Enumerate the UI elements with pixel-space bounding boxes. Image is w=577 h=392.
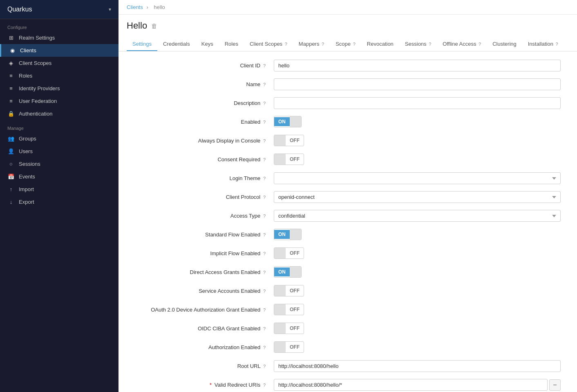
sidebar-item-label: Authentication bbox=[19, 111, 52, 117]
valid-redirect-uri-row-1: − bbox=[274, 379, 561, 391]
sidebar-item-label: Sessions bbox=[19, 161, 40, 167]
identity-providers-icon: ≡ bbox=[7, 85, 15, 91]
consent-required-toggle[interactable]: OFF bbox=[274, 154, 304, 165]
valid-redirect-label: * Valid Redirect URIs ? bbox=[127, 379, 274, 388]
sidebar-item-identity-providers[interactable]: ≡ Identity Providers bbox=[0, 82, 119, 95]
direct-access-toggle[interactable]: ON bbox=[274, 266, 302, 278]
description-control bbox=[274, 97, 561, 109]
tab-keys[interactable]: Keys bbox=[196, 38, 219, 51]
client-protocol-label: Client Protocol ? bbox=[127, 191, 274, 200]
events-icon: 📅 bbox=[7, 174, 15, 180]
implicit-flow-off-label[interactable]: OFF bbox=[286, 249, 304, 258]
access-type-label: Access Type ? bbox=[127, 210, 274, 219]
description-label: Description ? bbox=[127, 97, 274, 106]
login-theme-control bbox=[274, 172, 561, 184]
oidc-ciba-toggle[interactable]: OFF bbox=[274, 323, 304, 334]
direct-access-on-label[interactable]: ON bbox=[274, 267, 290, 276]
direct-access-row: Direct Access Grants Enabled ? ON bbox=[127, 266, 561, 280]
authorization-off-label[interactable]: OFF bbox=[286, 343, 304, 352]
sidebar-item-events[interactable]: 📅 Events bbox=[0, 170, 119, 183]
breadcrumb: Clients › hello bbox=[119, 0, 577, 15]
tab-revocation[interactable]: Revocation bbox=[361, 38, 399, 51]
client-id-row: Client ID ? bbox=[127, 60, 561, 74]
client-id-help-icon: ? bbox=[263, 63, 266, 68]
description-row: Description ? bbox=[127, 97, 561, 111]
sidebar-item-authentication[interactable]: 🔒 Authentication bbox=[0, 107, 119, 120]
sidebar-item-label: Identity Providers bbox=[19, 85, 60, 91]
always-display-label: Always Display in Console ? bbox=[127, 135, 274, 144]
enabled-row: Enabled ? ON bbox=[127, 116, 561, 130]
service-accounts-toggle[interactable]: OFF bbox=[274, 285, 304, 296]
sidebar-item-label: Export bbox=[19, 199, 34, 205]
tab-sessions[interactable]: Sessions ? bbox=[399, 38, 437, 51]
description-input[interactable] bbox=[274, 97, 561, 109]
enabled-on-label[interactable]: ON bbox=[274, 117, 290, 126]
service-accounts-row: Service Accounts Enabled ? OFF bbox=[127, 285, 561, 299]
oidc-ciba-help-icon: ? bbox=[263, 326, 266, 331]
delete-icon[interactable]: 🗑 bbox=[151, 22, 157, 29]
tab-clustering[interactable]: Clustering bbox=[487, 38, 522, 51]
access-type-select[interactable]: confidential public bearer-only bbox=[274, 210, 561, 222]
main-content: Clients › hello Hello 🗑 Settings Credent… bbox=[119, 0, 577, 392]
tab-installation[interactable]: Installation ? bbox=[522, 38, 564, 51]
oauth-device-toggle[interactable]: OFF bbox=[274, 304, 304, 315]
implicit-flow-slider bbox=[274, 248, 286, 258]
root-url-input[interactable] bbox=[274, 360, 561, 372]
sidebar-item-client-scopes[interactable]: ◈ Client Scopes bbox=[0, 57, 119, 69]
sidebar-item-export[interactable]: ↓ Export bbox=[0, 196, 119, 208]
tab-credentials[interactable]: Credentials bbox=[157, 38, 196, 51]
service-accounts-label: Service Accounts Enabled ? bbox=[127, 285, 274, 294]
description-help-icon: ? bbox=[263, 101, 266, 106]
export-icon: ↓ bbox=[7, 199, 15, 205]
service-accounts-slider bbox=[274, 285, 286, 296]
sidebar-item-realm-settings[interactable]: ⊞ Realm Settings bbox=[0, 31, 119, 44]
consent-help-icon: ? bbox=[263, 157, 266, 162]
sidebar-item-users[interactable]: 👤 Users bbox=[0, 145, 119, 158]
valid-redirect-uri-input-1[interactable] bbox=[274, 379, 548, 391]
sidebar-item-sessions[interactable]: ○ Sessions bbox=[0, 158, 119, 170]
login-theme-select[interactable] bbox=[274, 172, 561, 184]
client-protocol-select[interactable]: openid-connect saml bbox=[274, 191, 561, 203]
always-display-row: Always Display in Console ? OFF bbox=[127, 135, 561, 149]
lock-icon: 🔒 bbox=[7, 111, 15, 117]
sidebar-item-import[interactable]: ↑ Import bbox=[0, 183, 119, 196]
service-accounts-off-label[interactable]: OFF bbox=[286, 286, 304, 295]
remove-redirect-uri-button[interactable]: − bbox=[549, 379, 561, 391]
sidebar-item-label: Clients bbox=[20, 47, 36, 53]
page-header: Hello 🗑 bbox=[119, 15, 577, 31]
scope-help-icon: ? bbox=[353, 42, 356, 47]
root-url-control bbox=[274, 360, 561, 372]
always-display-toggle[interactable]: OFF bbox=[274, 135, 304, 146]
always-display-off-label[interactable]: OFF bbox=[286, 136, 304, 145]
implicit-flow-toggle[interactable]: OFF bbox=[274, 247, 304, 259]
enabled-toggle[interactable]: ON bbox=[274, 116, 302, 127]
enabled-toggle-slider bbox=[290, 116, 301, 127]
oidc-ciba-off-label[interactable]: OFF bbox=[286, 324, 304, 333]
oauth-device-off-label[interactable]: OFF bbox=[286, 305, 304, 314]
tab-scope[interactable]: Scope ? bbox=[330, 38, 361, 51]
client-protocol-row: Client Protocol ? openid-connect saml bbox=[127, 191, 561, 205]
consent-off-label[interactable]: OFF bbox=[286, 155, 304, 164]
tab-client-scopes[interactable]: Client Scopes ? bbox=[244, 38, 293, 51]
implicit-flow-label: Implicit Flow Enabled ? bbox=[127, 247, 274, 256]
tab-mappers[interactable]: Mappers ? bbox=[293, 38, 330, 51]
breadcrumb-parent[interactable]: Clients bbox=[127, 4, 143, 10]
tab-roles[interactable]: Roles bbox=[219, 38, 244, 51]
service-accounts-help-icon: ? bbox=[263, 289, 266, 294]
sidebar-item-roles[interactable]: ≡ Roles bbox=[0, 69, 119, 82]
authorization-toggle[interactable]: OFF bbox=[274, 341, 304, 353]
client-scopes-icon: ◈ bbox=[7, 60, 15, 66]
sidebar-item-label: Import bbox=[19, 186, 34, 192]
tab-settings[interactable]: Settings bbox=[127, 38, 157, 51]
sidebar-item-groups[interactable]: 👥 Groups bbox=[0, 132, 119, 145]
valid-redirect-row: * Valid Redirect URIs ? − + bbox=[127, 379, 561, 392]
sidebar-item-clients[interactable]: ◉ Clients bbox=[0, 44, 119, 57]
tab-offline-access[interactable]: Offline Access ? bbox=[437, 38, 487, 51]
standard-flow-on-label[interactable]: ON bbox=[274, 230, 290, 239]
sidebar-header[interactable]: Quarkus ▾ bbox=[0, 0, 119, 19]
sidebar-item-user-federation[interactable]: ≡ User Federation bbox=[0, 95, 119, 107]
oauth-device-label: OAuth 2.0 Device Authorization Grant Ena… bbox=[127, 304, 274, 313]
standard-flow-toggle[interactable]: ON bbox=[274, 229, 302, 240]
client-id-input[interactable] bbox=[274, 60, 561, 71]
name-input[interactable] bbox=[274, 78, 561, 90]
